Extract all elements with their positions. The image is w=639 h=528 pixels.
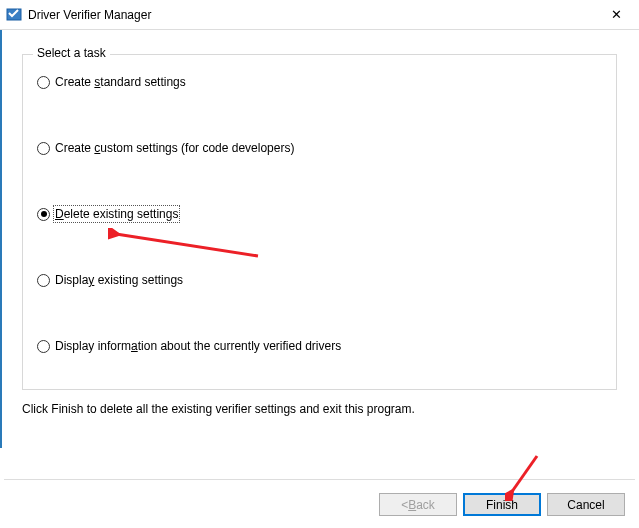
radio-label: Delete existing settings (55, 207, 178, 221)
radio-icon (37, 274, 50, 287)
radio-create-standard[interactable]: Create standard settings (37, 75, 602, 89)
close-button[interactable]: ✕ (594, 0, 639, 29)
radio-icon (37, 76, 50, 89)
radio-label: Create custom settings (for code develop… (55, 141, 294, 155)
radio-delete-existing[interactable]: Delete existing settings (37, 207, 602, 221)
finish-button[interactable]: Finish (463, 493, 541, 516)
radio-icon (37, 208, 50, 221)
radio-display-info[interactable]: Display information about the currently … (37, 339, 602, 353)
group-legend: Select a task (33, 46, 110, 60)
radio-icon (37, 142, 50, 155)
button-row: < Back Finish Cancel (379, 493, 625, 516)
back-button: < Back (379, 493, 457, 516)
task-groupbox: Select a task Create standard settings C… (22, 54, 617, 390)
window-title: Driver Verifier Manager (28, 8, 151, 22)
radio-create-custom[interactable]: Create custom settings (for code develop… (37, 141, 602, 155)
radio-label: Display information about the currently … (55, 339, 341, 353)
instruction-text: Click Finish to delete all the existing … (22, 402, 617, 416)
separator (4, 479, 635, 480)
title-bar: Driver Verifier Manager ✕ (0, 0, 639, 30)
close-icon: ✕ (611, 7, 622, 22)
app-icon (6, 7, 22, 23)
content-area: Select a task Create standard settings C… (0, 30, 639, 426)
left-border-accent (0, 30, 2, 448)
svg-line-2 (511, 456, 537, 493)
radio-display-existing[interactable]: Display existing settings (37, 273, 602, 287)
radio-label: Display existing settings (55, 273, 183, 287)
radio-icon (37, 340, 50, 353)
radio-label: Create standard settings (55, 75, 186, 89)
cancel-button[interactable]: Cancel (547, 493, 625, 516)
